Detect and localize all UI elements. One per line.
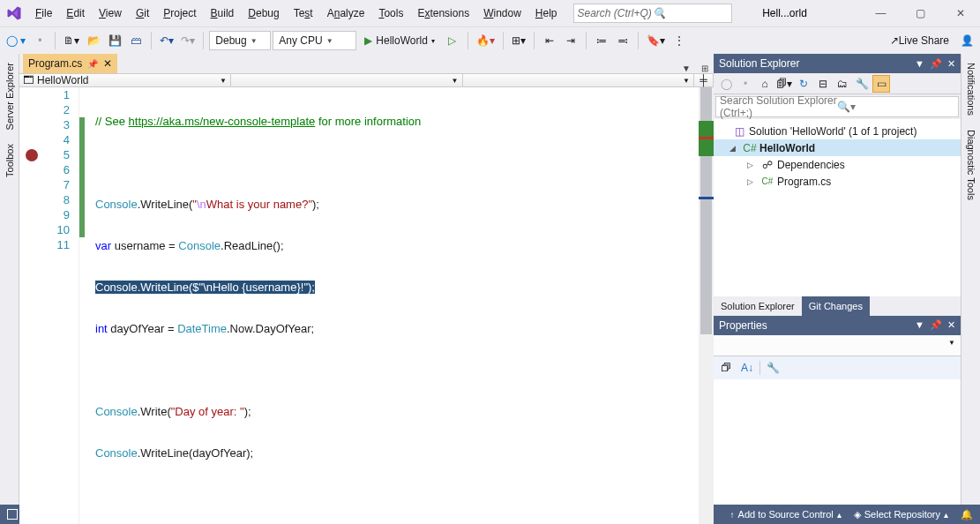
- solution-tree[interactable]: ◫Solution 'HelloWorld' (1 of 1 project) …: [714, 119, 961, 296]
- doc-tabs-dropdown[interactable]: ▼: [677, 64, 696, 73]
- title-bar: FFileile Edit View Git Project Build Deb…: [0, 0, 980, 26]
- props-sort-icon[interactable]: A↓: [738, 359, 756, 377]
- menu-edit[interactable]: Edit: [59, 0, 92, 26]
- menu-project[interactable]: Project: [156, 0, 203, 26]
- search-box[interactable]: Search (Ctrl+Q) 🔍: [573, 4, 732, 23]
- se-preview-icon[interactable]: ▭: [872, 75, 890, 93]
- status-mode-icon[interactable]: [7, 509, 18, 520]
- main-toolbar: ◯ ▾ • 🗎▾ 📂 💾 🗃 ↶▾ ↷▾ Debug▼ Any CPU▼ ▶He…: [0, 26, 980, 54]
- menu-analyze[interactable]: Analyze: [320, 0, 372, 26]
- breakpoint-margin[interactable]: [19, 87, 44, 524]
- se-toolbar: ◯ • ⌂ 🗐▾ ↻ ⊟ 🗂 🔧 ▭: [714, 73, 961, 94]
- platform-combo[interactable]: Any CPU▼: [273, 31, 356, 50]
- dependencies-icon: ☍: [760, 159, 774, 171]
- more-button[interactable]: ⋮: [670, 31, 689, 50]
- layout1-button[interactable]: ⊞▾: [509, 31, 528, 50]
- undo-button[interactable]: ↶▾: [157, 31, 176, 50]
- panel-options-icon[interactable]: ▼: [915, 319, 924, 331]
- feedback-button[interactable]: 👤: [957, 31, 976, 50]
- nav-fwd-button[interactable]: •: [30, 31, 49, 50]
- select-repo-button[interactable]: ◈Select Repository▴: [854, 509, 948, 520]
- panel-close-icon[interactable]: ✕: [947, 58, 955, 70]
- breakpoint-icon[interactable]: [26, 149, 38, 161]
- csharp-project-icon: C#: [743, 142, 757, 154]
- menu-view[interactable]: View: [92, 0, 129, 26]
- indent-more-button[interactable]: ⇥: [561, 31, 580, 50]
- right-side-panels: Solution Explorer ▼📌✕ ◯ • ⌂ 🗐▾ ↻ ⊟ 🗂 🔧 ▭…: [714, 54, 961, 505]
- source-control-button[interactable]: ↑Add to Source Control▴: [730, 509, 842, 520]
- live-share-button[interactable]: ↗ Live Share: [884, 31, 955, 50]
- bookmark-button[interactable]: 🔖▾: [644, 31, 668, 50]
- nav-members-combo[interactable]: ▼: [463, 74, 695, 86]
- nav-types-combo[interactable]: ▼: [231, 74, 463, 86]
- se-refresh-icon[interactable]: ↻: [795, 75, 812, 93]
- properties-header[interactable]: Properties ▼📌✕: [714, 316, 961, 335]
- menu-window[interactable]: Window: [476, 0, 528, 26]
- notifications-tab[interactable]: Notifications: [964, 57, 978, 121]
- split-button[interactable]: ╪: [694, 74, 714, 86]
- se-collapse-icon[interactable]: ⊟: [814, 75, 832, 93]
- se-showall-icon[interactable]: 🗂: [834, 75, 851, 93]
- se-sync-icon[interactable]: 🗐▾: [775, 75, 793, 93]
- server-explorer-tab[interactable]: Server Explorer: [3, 57, 17, 135]
- menu-tools[interactable]: Tools: [371, 0, 410, 26]
- panel-pin-icon[interactable]: 📌: [930, 58, 942, 70]
- hot-reload-button[interactable]: 🔥▾: [474, 31, 497, 50]
- menu-git[interactable]: Git: [129, 0, 156, 26]
- panel-pin-icon[interactable]: 📌: [930, 319, 942, 331]
- se-search[interactable]: Search Solution Explorer (Ctrl+;) 🔍▾: [715, 96, 959, 117]
- doc-tab-close-icon[interactable]: ✕: [103, 57, 112, 70]
- tree-project-node[interactable]: ◢C#HelloWorld: [714, 139, 961, 156]
- code-editor[interactable]: 1234567891011 // See https://aka.ms/new-…: [19, 87, 714, 524]
- maximize-button[interactable]: ▢: [901, 0, 940, 26]
- menu-debug[interactable]: Debug: [241, 0, 286, 26]
- menu-file[interactable]: FFileile: [28, 0, 59, 26]
- se-home-icon[interactable]: ⌂: [756, 75, 774, 93]
- tree-file-node[interactable]: ▷C#Program.cs: [714, 173, 961, 190]
- se-back-icon[interactable]: ◯: [717, 75, 735, 93]
- close-button[interactable]: ✕: [940, 0, 980, 26]
- save-all-button[interactable]: 🗃: [126, 31, 146, 50]
- panel-close-icon[interactable]: ✕: [947, 319, 955, 331]
- panel-options-icon[interactable]: ▼: [915, 58, 924, 70]
- tab-solution-explorer[interactable]: Solution Explorer: [714, 296, 802, 316]
- open-button[interactable]: 📂: [84, 31, 103, 50]
- diagnostic-tools-tab[interactable]: Diagnostic Tools: [964, 124, 978, 206]
- props-category-combo[interactable]: ▼: [714, 335, 961, 356]
- nav-scope-combo[interactable]: 🗔 HelloWorld▼: [19, 74, 231, 86]
- notifications-bell-icon[interactable]: 🔔: [961, 509, 973, 520]
- props-wrench-icon[interactable]: 🔧: [764, 359, 782, 377]
- se-fwd-icon[interactable]: •: [737, 75, 754, 93]
- search-placeholder: Search (Ctrl+Q): [578, 7, 653, 19]
- tree-solution-node[interactable]: ◫Solution 'HelloWorld' (1 of 1 project): [714, 123, 961, 139]
- tree-deps-node[interactable]: ▷☍Dependencies: [714, 156, 961, 173]
- menu-help[interactable]: Help: [528, 0, 565, 26]
- code-content[interactable]: // See https://aka.ms/new-console-templa…: [85, 87, 714, 524]
- menu-extensions[interactable]: Extensions: [410, 0, 476, 26]
- search-icon: 🔍: [653, 7, 728, 19]
- config-combo[interactable]: Debug▼: [209, 31, 271, 50]
- props-category-icon[interactable]: 🗇: [717, 359, 735, 377]
- redo-button[interactable]: ↷▾: [178, 31, 198, 50]
- doc-tab-program[interactable]: Program.cs 📌 ✕: [23, 54, 117, 73]
- start-debug-button[interactable]: ▶HelloWorld▾: [358, 31, 440, 50]
- nav-back-button[interactable]: ◯ ▾: [4, 31, 28, 50]
- toolbox-tab[interactable]: Toolbox: [3, 138, 17, 183]
- solution-explorer-header[interactable]: Solution Explorer ▼📌✕: [714, 54, 961, 73]
- new-project-button[interactable]: 🗎▾: [61, 31, 82, 50]
- vertical-scrollbar[interactable]: [699, 87, 714, 524]
- tab-git-changes[interactable]: Git Changes: [802, 296, 870, 316]
- menu-build[interactable]: Build: [204, 0, 242, 26]
- comment-button[interactable]: ≔: [592, 31, 611, 50]
- code-nav-bar: 🗔 HelloWorld▼ ▼ ▼ ╪: [19, 73, 714, 87]
- left-tool-rail: Server Explorer Toolbox: [0, 54, 19, 505]
- pin-icon[interactable]: 📌: [87, 59, 98, 69]
- save-button[interactable]: 💾: [105, 31, 124, 50]
- se-properties-icon[interactable]: 🔧: [853, 75, 871, 93]
- menu-test[interactable]: Test: [287, 0, 320, 26]
- indent-less-button[interactable]: ⇤: [540, 31, 559, 50]
- start-nodebug-button[interactable]: ▷: [443, 31, 462, 50]
- window-layout-button[interactable]: ⊞: [696, 64, 714, 73]
- minimize-button[interactable]: —: [861, 0, 901, 26]
- uncomment-button[interactable]: ≕: [613, 31, 632, 50]
